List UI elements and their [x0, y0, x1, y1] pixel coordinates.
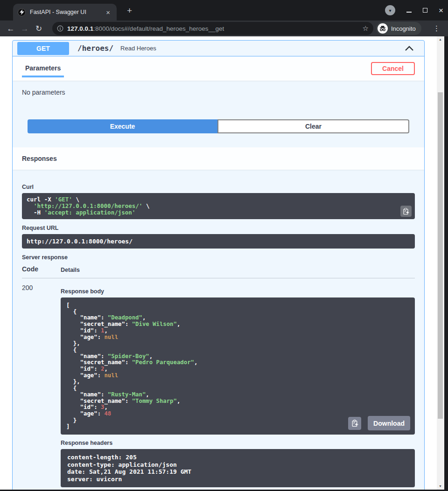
code-line: "age": null [66, 334, 409, 341]
no-parameters-message: No parameters [13, 81, 424, 110]
copy-to-clipboard-button[interactable] [400, 206, 412, 217]
opblock-get-heroes: GET /heroes/ Read Heroes Parameters Canc… [12, 40, 425, 490]
code-line: -H 'accept: application/json' [27, 209, 410, 216]
tab-bar: FastAPI - Swagger UI × + ▾ × [0, 0, 448, 21]
execute-button[interactable]: Execute [28, 119, 217, 133]
code-line: server: uvicorn [67, 476, 408, 483]
code-line: curl -X 'GET' \ [27, 196, 410, 203]
response-body-code: [ { "name": "Deadpond", "secret_name": "… [66, 302, 409, 430]
cancel-button[interactable]: Cancel [371, 62, 415, 75]
new-tab-button[interactable]: + [124, 6, 135, 15]
scroll-down-icon[interactable]: ▼ [437, 483, 444, 490]
code-column-header: Code [22, 265, 61, 273]
request-url-value: http://127.0.0.1:8000/heroes/ [27, 238, 133, 245]
code-line: { [66, 309, 409, 315]
execute-wrapper: Execute Clear [13, 110, 424, 147]
response-table-header: Code Details [22, 265, 415, 278]
parameters-header: Parameters Cancel [13, 56, 424, 81]
code-line: content-length: 205 [67, 454, 408, 461]
minimize-button[interactable] [406, 6, 412, 14]
close-window-button[interactable]: × [439, 7, 443, 14]
code-line: "secret_name": "Tommy Sharp", [66, 398, 409, 405]
response-row-200: 200 Response body [ { "name": "Deadpond"… [22, 278, 415, 487]
code-line: }, [66, 340, 409, 347]
curl-code: curl -X 'GET' \ 'http://127.0.0.1:8000/h… [27, 196, 410, 216]
code-line: "name": "Rusty-Man", [66, 392, 409, 398]
maximize-button[interactable] [423, 6, 427, 14]
browser-window: FastAPI - Swagger UI × + ▾ × ← → ↻ 127.0… [0, 0, 448, 491]
status-code: 200 [22, 284, 61, 487]
download-button[interactable]: Download [368, 416, 410, 430]
copy-response-button[interactable] [348, 417, 361, 430]
clear-button[interactable]: Clear [217, 119, 409, 133]
server-response-label: Server response [22, 254, 415, 261]
curl-label: Curl [22, 184, 415, 190]
url-text: 127.0.0.1:8000/docs#/default/read_heroes… [67, 25, 360, 32]
browser-updates-icon[interactable]: ▾ [385, 5, 395, 15]
request-url-label: Request URL [22, 225, 415, 231]
url-host: 127.0.0.1 [67, 25, 93, 32]
response-details: Response body [ { "name": "Deadpond", "s… [61, 284, 415, 487]
browser-toolbar: ← → ↻ 127.0.0.1:8000/docs#/default/read_… [0, 21, 448, 36]
curl-command-block: curl -X 'GET' \ 'http://127.0.0.1:8000/h… [22, 193, 415, 219]
responses-body: Curl curl -X 'GET' \ 'http://127.0.0.1:8… [13, 170, 424, 490]
back-icon[interactable]: ← [4, 25, 18, 33]
opblock-summary[interactable]: GET /heroes/ Read Heroes [13, 41, 424, 56]
chevron-up-icon[interactable] [405, 46, 414, 51]
window-controls: ▾ × [385, 0, 443, 21]
response-body-label: Response body [61, 288, 415, 295]
forward-icon[interactable]: → [18, 25, 32, 33]
bookmark-star-icon[interactable]: ☆ [363, 24, 369, 33]
browser-tab[interactable]: FastAPI - Swagger UI × [13, 4, 117, 21]
page-scrollbar[interactable]: ▲ ▼ [437, 36, 444, 490]
tab-parameters[interactable]: Parameters [22, 64, 64, 77]
code-line: "name": "Spider-Boy", [66, 353, 409, 360]
response-headers-label: Response headers [61, 440, 415, 446]
request-url-block: http://127.0.0.1:8000/heroes/ [22, 234, 415, 249]
tab-title: FastAPI - Swagger UI [30, 9, 104, 15]
incognito-label: Incognito [391, 25, 416, 32]
responses-header: Responses [13, 147, 424, 170]
code-line: { [66, 347, 409, 353]
incognito-icon [378, 23, 388, 34]
code-line: "name": "Deadpond", [66, 315, 409, 321]
code-line: { [66, 385, 409, 392]
code-line: "id": 3, [66, 404, 409, 411]
scroll-up-icon[interactable]: ▲ [437, 36, 444, 43]
details-column-header: Details [61, 265, 80, 273]
responses-title: Responses [22, 155, 57, 162]
code-line: content-type: application/json [67, 461, 408, 469]
tab-close-icon[interactable]: × [104, 8, 112, 17]
page-content: GET /heroes/ Read Heroes Parameters Canc… [0, 36, 444, 490]
fastapi-favicon-icon [18, 8, 26, 16]
incognito-badge: Incognito [376, 22, 421, 35]
server-response-table: Code Details 200 Response body [ { "name… [22, 265, 415, 487]
browser-menu-icon[interactable]: ⋮ [433, 24, 440, 33]
page-info-icon[interactable] [57, 25, 63, 32]
endpoint-path: /heroes/ [77, 44, 113, 53]
code-line: "secret_name": "Pedro Parqueador", [66, 360, 409, 366]
code-line: [ [66, 302, 409, 309]
code-line: "id": 1, [66, 328, 409, 334]
scrollbar-thumb[interactable] [438, 92, 443, 419]
response-body-block: [ { "name": "Deadpond", "secret_name": "… [61, 297, 415, 435]
code-line: 'http://127.0.0.1:8000/heroes/' \ [27, 203, 410, 209]
reload-icon[interactable]: ↻ [32, 25, 46, 33]
code-line: "age": null [66, 373, 409, 379]
code-line: date: Sat,21 Aug 2021 11:57:19 GMT [67, 468, 408, 476]
response-headers-block: content-length: 205content-type: applica… [61, 449, 415, 487]
code-line: "id": 2, [66, 366, 409, 373]
url-path: :8000/docs#/default/read_heroes_heroes__… [93, 25, 224, 32]
address-bar[interactable]: 127.0.0.1:8000/docs#/default/read_heroes… [52, 22, 373, 35]
code-line: "secret_name": "Dive Wilson", [66, 321, 409, 328]
code-line: }, [66, 379, 409, 385]
endpoint-summary: Read Heroes [120, 45, 405, 52]
response-body-actions: Download [348, 416, 410, 430]
method-badge: GET [17, 42, 69, 55]
